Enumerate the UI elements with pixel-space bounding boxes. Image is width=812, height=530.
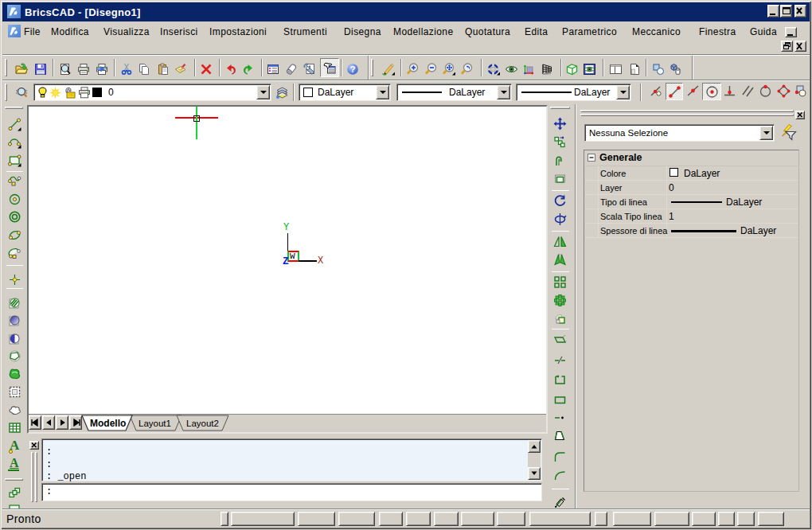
svg-text:?: ? [350,64,356,74]
svg-text:Modello: Modello [90,418,126,429]
svg-text:Layout2: Layout2 [186,419,219,428]
svg-text:Layout1: Layout1 [139,419,171,428]
